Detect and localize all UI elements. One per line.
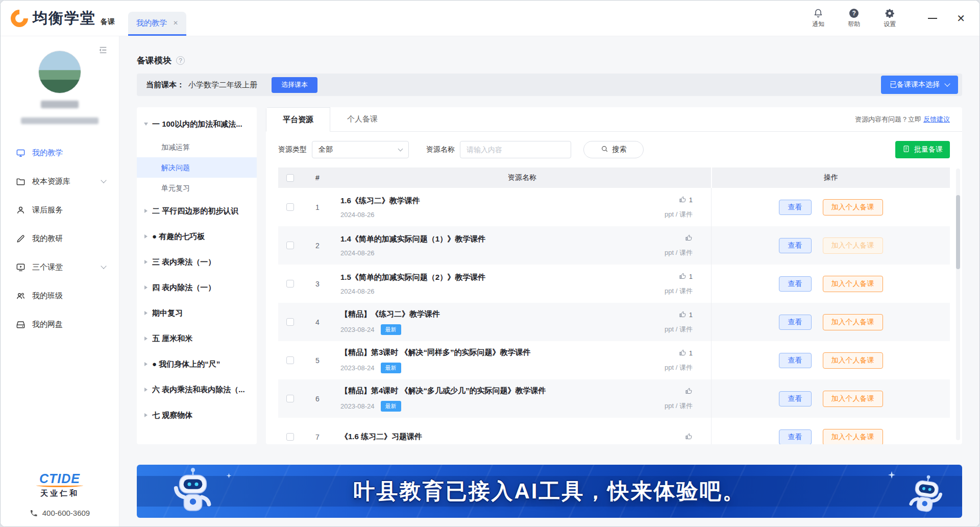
chapter-item-head[interactable]: 七 观察物体 — [137, 402, 257, 428]
row-checkbox[interactable] — [286, 318, 294, 326]
view-button[interactable]: 查看 — [779, 315, 812, 330]
row-checkbox[interactable] — [286, 280, 294, 288]
settings-button[interactable]: 设置 — [879, 8, 900, 29]
chapter-item-head[interactable]: 一 100以内的加法和减法... — [137, 111, 257, 137]
row-checkbox[interactable] — [286, 433, 294, 441]
view-button[interactable]: 查看 — [779, 276, 812, 292]
tab-personal-prep[interactable]: 个人备课 — [330, 107, 395, 131]
sidebar-item-three-classrooms[interactable]: 三个课堂 — [1, 253, 119, 281]
caret-icon — [144, 209, 148, 213]
view-button[interactable]: 查看 — [779, 238, 812, 253]
view-button[interactable]: 查看 — [779, 391, 812, 406]
add-to-prep-button[interactable]: 加入个人备课 — [823, 237, 883, 254]
help-button[interactable]: ? 帮助 — [843, 8, 865, 29]
thumbs-up-icon[interactable] — [679, 196, 687, 205]
view-button[interactable]: 查看 — [779, 353, 812, 368]
chapter-label: 五 厘米和米 — [152, 334, 192, 344]
sidebar-collapse-icon[interactable] — [99, 45, 108, 57]
chapter-item-head[interactable]: 期中复习 — [137, 300, 257, 326]
chapter-item-head[interactable]: 三 表内乘法（一） — [137, 249, 257, 275]
thumbs-up-icon[interactable] — [685, 433, 693, 442]
tab-close-icon[interactable]: ✕ — [173, 20, 178, 26]
module-help-icon[interactable]: ? — [176, 56, 185, 65]
people-icon — [16, 291, 26, 301]
thumbs-up-icon[interactable] — [679, 310, 687, 320]
chapter-item-head[interactable]: 四 表内除法（一） — [137, 275, 257, 300]
chapter-label: ● 我们身体上的“尺” — [152, 360, 220, 369]
chapter-child-item[interactable]: 单元复习 — [137, 178, 257, 198]
avatar[interactable] — [38, 51, 81, 93]
sidebar-item-my-drive[interactable]: 我的网盘 — [1, 310, 119, 339]
column-header-action: 操作 — [711, 167, 950, 188]
search-button[interactable]: 搜索 — [583, 141, 644, 158]
sidebar-item-school-resources[interactable]: 校本资源库 — [1, 167, 119, 196]
scrollbar-thumb[interactable] — [956, 195, 960, 269]
resource-date: 2024-08-26 — [340, 288, 375, 295]
thumbs-up-icon[interactable] — [685, 387, 693, 396]
chapter-panel: 一 100以内的加法和减法... 加减运算解决问题单元复习 二 平行四边形的初步… — [137, 107, 257, 444]
add-to-prep-button[interactable]: 加入个人备课 — [823, 429, 883, 445]
sidebar-item-after-school[interactable]: 课后服务 — [1, 196, 119, 224]
thumbs-up-icon[interactable] — [679, 349, 687, 358]
close-button[interactable]: ✕ — [957, 13, 965, 23]
chapter-children: 加减运算解决问题单元复习 — [137, 137, 257, 198]
drive-box-icon — [16, 320, 26, 329]
textbook-bar: 当前课本： 小学数学二年级上册 选择课本 已备课课本选择 — [137, 74, 962, 96]
chapter-item-head[interactable]: 六 表内乘法和表内除法（... — [137, 377, 257, 402]
ai-promo-banner[interactable]: 叶县教育已接入AI工具，快来体验吧。 — [137, 465, 962, 518]
chapter-item-head[interactable]: ● 有趣的七巧板 — [137, 224, 257, 249]
view-button[interactable]: 查看 — [779, 429, 812, 445]
minimize-button[interactable] — [928, 18, 937, 19]
chapter-child-item[interactable]: 解决问题 — [137, 157, 257, 178]
chapter-item-head[interactable]: 二 平行四边形的初步认识 — [137, 198, 257, 224]
batch-prep-button[interactable]: 批量备课 — [895, 141, 950, 158]
table-header: # 资源名称 操作 — [278, 167, 950, 188]
caret-icon — [144, 388, 148, 392]
row-checkbox[interactable] — [286, 242, 294, 249]
chapter-child-item[interactable]: 加减运算 — [137, 137, 257, 157]
sparkle-icon — [226, 473, 232, 478]
prepared-textbook-button[interactable]: 已备课课本选择 — [881, 76, 958, 94]
row-checkbox[interactable] — [286, 203, 294, 211]
sidebar-item-label: 我的教学 — [32, 148, 63, 158]
feedback-link[interactable]: 反馈建议 — [923, 115, 950, 123]
row-checkbox[interactable] — [286, 356, 294, 364]
add-to-prep-button[interactable]: 加入个人备课 — [823, 314, 883, 330]
chapter-item-head[interactable]: ● 我们身体上的“尺” — [137, 351, 257, 377]
sparkle-icon — [888, 471, 896, 479]
new-badge: 最新 — [381, 401, 401, 412]
chapter-item: 六 表内乘法和表内除法（... — [137, 377, 257, 402]
add-to-prep-button[interactable]: 加入个人备课 — [823, 199, 883, 215]
thumbs-up-icon[interactable] — [685, 234, 693, 243]
sidebar-item-my-research[interactable]: 我的教研 — [1, 224, 119, 253]
main-content: 备课模块 ? 当前课本： 小学数学二年级上册 选择课本 已备课课本选择 一 10… — [119, 36, 979, 526]
thumbs-up-icon[interactable] — [679, 272, 687, 281]
brand-name: 天业仁和 — [1, 489, 119, 498]
row-index: 5 — [302, 341, 333, 379]
app-logo: 均衡学堂 备课 — [1, 8, 115, 29]
view-button[interactable]: 查看 — [779, 200, 812, 215]
add-to-prep-button[interactable]: 加入个人备课 — [823, 391, 883, 407]
window-controls: ✕ — [928, 13, 965, 23]
row-checkbox[interactable] — [286, 395, 294, 402]
add-to-prep-button[interactable]: 加入个人备课 — [823, 352, 883, 369]
resource-name-input[interactable] — [460, 141, 571, 158]
row-index: 6 — [302, 379, 333, 418]
resource-name-cell: 【精品】第4课时 《解决“多几或少几”的实际问题》教学课件 2023-08-24… — [333, 379, 711, 418]
table-row: 1 1.6《练习二》教学课件 2024-08-26 1 ppt / 课件 — [278, 188, 950, 226]
chapter-item-head[interactable]: 五 厘米和米 — [137, 326, 257, 351]
notification-button[interactable]: 通知 — [807, 8, 829, 29]
resource-type-select[interactable]: 全部 — [312, 141, 409, 158]
app-name: 均衡学堂 — [33, 8, 96, 29]
sidebar-item-my-class[interactable]: 我的班级 — [1, 281, 119, 310]
table-scrollbar[interactable] — [956, 169, 960, 440]
select-textbook-button[interactable]: 选择课本 — [272, 77, 317, 93]
select-all-checkbox[interactable] — [286, 174, 294, 182]
tab-platform-resources[interactable]: 平台资源 — [266, 107, 330, 132]
resource-date: 2023-08-24 — [340, 326, 375, 333]
filter-row: 资源类型 全部 资源名称 搜索 — [278, 141, 950, 158]
add-to-prep-button[interactable]: 加入个人备课 — [823, 276, 883, 292]
sidebar-item-my-teaching[interactable]: 我的教学 — [1, 138, 119, 167]
tab-my-teaching[interactable]: 我的教学 ✕ — [128, 12, 186, 36]
chapter-tree: 一 100以内的加法和减法... 加减运算解决问题单元复习 二 平行四边形的初步… — [137, 111, 257, 428]
